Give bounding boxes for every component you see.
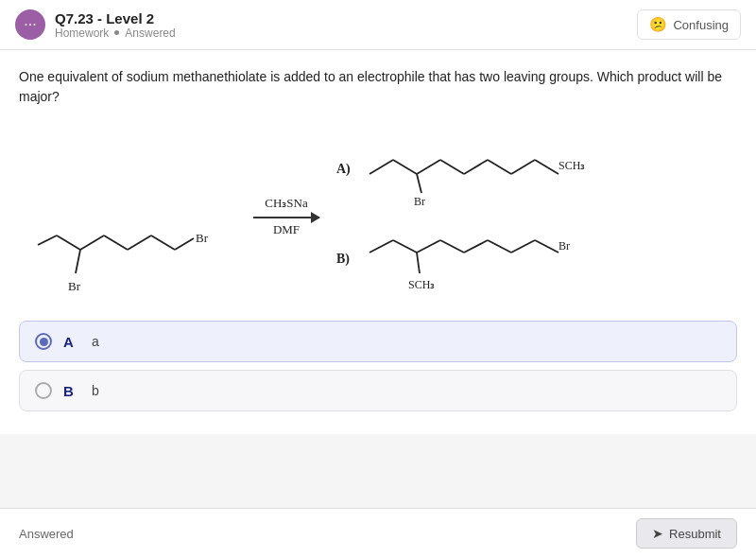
svg-line-26 bbox=[440, 240, 464, 253]
send-icon: ➤ bbox=[652, 526, 663, 541]
svg-line-8 bbox=[175, 238, 194, 250]
confusing-button[interactable]: 😕 Confusing bbox=[637, 9, 741, 40]
product-a-label: A) bbox=[336, 162, 357, 177]
svg-line-17 bbox=[488, 160, 511, 174]
solvent-label: DMF bbox=[273, 222, 300, 237]
dot-separator bbox=[114, 30, 119, 35]
svg-line-11 bbox=[393, 160, 417, 174]
svg-text:Br: Br bbox=[196, 231, 209, 245]
svg-text:Br: Br bbox=[68, 279, 81, 292]
svg-line-22 bbox=[393, 240, 417, 253]
svg-line-19 bbox=[535, 160, 558, 174]
options-section: A a B b bbox=[19, 321, 737, 411]
chemistry-area: Br Br CH₃SNa DMF A) bbox=[19, 122, 737, 321]
svg-line-0 bbox=[57, 235, 80, 250]
svg-line-7 bbox=[151, 235, 175, 250]
header-title-block: Q7.23 - Level 2 Homework Answered bbox=[55, 10, 176, 40]
svg-line-15 bbox=[440, 160, 464, 174]
reaction-arrow bbox=[253, 217, 319, 218]
option-b-row[interactable]: B b bbox=[19, 370, 737, 411]
svg-line-12 bbox=[417, 174, 421, 193]
resubmit-label: Resubmit bbox=[669, 527, 721, 541]
svg-text:Br: Br bbox=[558, 239, 570, 253]
resubmit-button[interactable]: ➤ Resubmit bbox=[636, 518, 737, 549]
products-block: A) Br SCH₃ bbox=[336, 131, 592, 302]
product-a-svg: Br SCH₃ bbox=[365, 131, 592, 207]
product-a-row: A) Br SCH₃ bbox=[336, 131, 592, 207]
svg-line-1 bbox=[38, 235, 57, 245]
svg-line-18 bbox=[511, 160, 535, 174]
svg-line-30 bbox=[535, 240, 558, 253]
svg-text:SCH₃: SCH₃ bbox=[408, 278, 435, 291]
answered-status: Answered bbox=[125, 26, 175, 40]
svg-line-28 bbox=[488, 240, 511, 253]
option-a-row[interactable]: A a bbox=[19, 321, 737, 362]
radio-a[interactable] bbox=[35, 333, 52, 350]
svg-line-16 bbox=[464, 160, 488, 174]
radio-a-inner bbox=[40, 338, 48, 346]
option-a-text: a bbox=[92, 334, 99, 349]
header-left: ··· Q7.23 - Level 2 Homework Answered bbox=[15, 9, 176, 40]
question-title: Q7.23 - Level 2 bbox=[55, 10, 176, 26]
option-b-letter: B bbox=[63, 383, 80, 399]
reactant-svg: Br Br bbox=[28, 141, 236, 292]
confusing-emoji: 😕 bbox=[649, 16, 667, 33]
svg-line-14 bbox=[417, 160, 440, 174]
footer-bar: Answered ➤ Resubmit bbox=[0, 508, 756, 558]
reagent-label: CH₃SNa bbox=[265, 196, 307, 211]
svg-line-4 bbox=[80, 235, 104, 250]
option-a-letter: A bbox=[63, 334, 80, 350]
question-text: One equivalent of sodium methanethiolate… bbox=[19, 67, 737, 107]
page-header: ··· Q7.23 - Level 2 Homework Answered 😕 … bbox=[0, 0, 756, 50]
product-b-label: B) bbox=[336, 252, 357, 267]
confusing-label: Confusing bbox=[673, 18, 729, 32]
avatar-icon: ··· bbox=[15, 9, 45, 40]
svg-line-29 bbox=[511, 240, 535, 253]
svg-text:SCH₃: SCH₃ bbox=[558, 159, 585, 172]
svg-line-27 bbox=[464, 240, 488, 253]
svg-line-6 bbox=[128, 235, 151, 250]
footer-status: Answered bbox=[19, 527, 74, 541]
question-subtitle: Homework Answered bbox=[55, 26, 176, 40]
product-b-svg: SCH₃ Br bbox=[365, 217, 592, 302]
svg-line-21 bbox=[369, 240, 393, 253]
svg-line-25 bbox=[417, 240, 440, 253]
svg-line-23 bbox=[417, 253, 420, 273]
homework-label: Homework bbox=[55, 26, 109, 40]
svg-text:Br: Br bbox=[414, 195, 425, 207]
product-b-row: B) SCH₃ Br bbox=[336, 217, 592, 302]
svg-line-5 bbox=[104, 235, 128, 250]
main-content: One equivalent of sodium methanethiolate… bbox=[0, 50, 756, 434]
radio-b[interactable] bbox=[35, 382, 52, 399]
svg-line-10 bbox=[369, 160, 393, 174]
reaction-arrow-block: CH₃SNa DMF bbox=[253, 196, 319, 237]
option-b-text: b bbox=[92, 383, 99, 398]
svg-line-2 bbox=[76, 250, 80, 273]
